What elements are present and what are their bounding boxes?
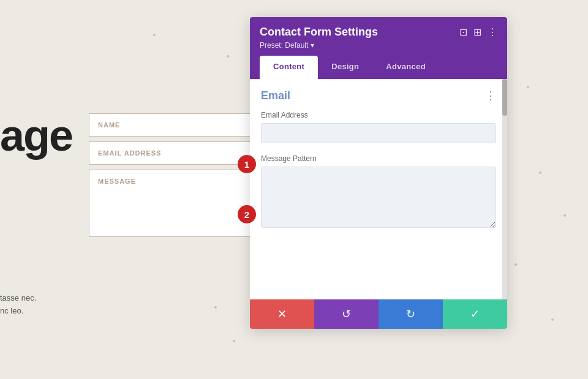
tab-content[interactable]: Content: [260, 56, 318, 79]
tab-advanced[interactable]: Advanced: [372, 56, 439, 79]
save-button[interactable]: ✓: [443, 299, 507, 329]
redo-button[interactable]: ↻: [379, 299, 443, 329]
more-options-icon[interactable]: ⋮: [488, 26, 497, 38]
tab-design[interactable]: Design: [318, 56, 372, 79]
cancel-button[interactable]: ✕: [250, 299, 314, 329]
decorative-dot: [227, 55, 229, 58]
decorative-dot: [514, 263, 517, 266]
panel-title: Contact Form Settings: [260, 26, 378, 39]
page-heading-partial: age: [0, 110, 72, 160]
panel-header-icons: ⊡ ⊞ ⋮: [459, 26, 497, 38]
step-badge-1: 1: [238, 155, 256, 173]
message-pattern-label: Message Pattern: [261, 154, 496, 163]
email-address-label: Email Address: [261, 111, 496, 119]
panel-header: Contact Form Settings ⊡ ⊞ ⋮ Preset: Defa…: [250, 17, 507, 79]
section-menu-icon[interactable]: ⋮: [485, 89, 496, 102]
section-header: Email ⋮: [261, 89, 496, 102]
decorative-dot: [539, 171, 541, 174]
scrollbar-thumb[interactable]: [502, 79, 507, 116]
bg-name-field: NAME: [89, 113, 251, 137]
undo-button[interactable]: ↺: [314, 299, 379, 329]
background-form: NAME EMAIL ADDRESS MESSAGE: [89, 113, 251, 242]
decorative-dot: [564, 214, 566, 217]
bg-email-field: EMAIL ADDRESS: [89, 141, 251, 165]
decorative-dot: [214, 306, 217, 309]
resize-icon[interactable]: ⊡: [459, 26, 467, 38]
decorative-dot: [233, 340, 235, 342]
message-pattern-textarea[interactable]: [261, 167, 496, 228]
message-pattern-field-group: Message Pattern: [261, 154, 496, 230]
panel-body: Email ⋮ Email Address Message Pattern: [250, 79, 507, 299]
step-badge-2: 2: [238, 205, 256, 223]
scrollbar-track[interactable]: [502, 79, 507, 299]
decorative-dot: [551, 318, 554, 321]
decorative-dot: [527, 86, 529, 88]
section-title: Email: [261, 89, 290, 102]
decorative-dot: [153, 34, 156, 36]
email-address-input[interactable]: [261, 123, 496, 143]
settings-panel: Contact Form Settings ⊡ ⊞ ⋮ Preset: Defa…: [250, 17, 507, 329]
panel-footer: ✕ ↺ ↻ ✓: [250, 299, 507, 329]
email-address-field-group: Email Address: [261, 111, 496, 143]
panel-tabs: Content Design Advanced: [260, 56, 497, 79]
bottom-text-block: tasse nec. nc leo.: [0, 292, 36, 318]
panel-preset[interactable]: Preset: Default ▾: [260, 41, 497, 50]
layout-icon[interactable]: ⊞: [473, 26, 481, 38]
bg-message-field: MESSAGE: [89, 170, 251, 237]
